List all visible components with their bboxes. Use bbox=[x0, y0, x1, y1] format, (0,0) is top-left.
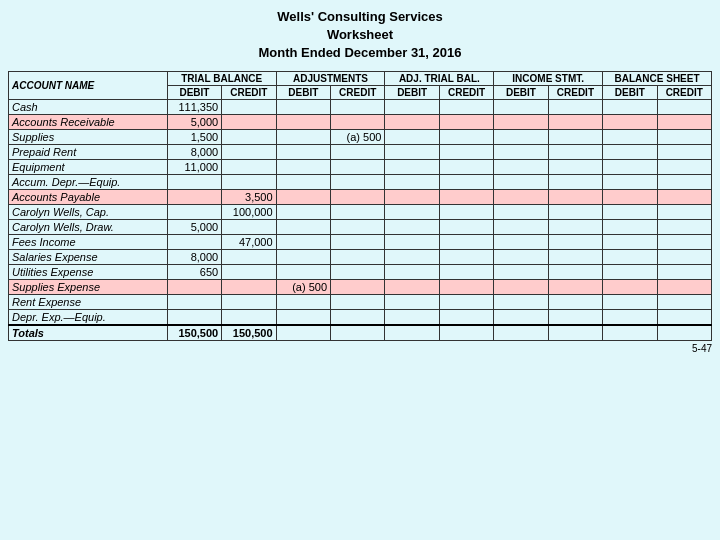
row-bs-credit bbox=[657, 234, 711, 249]
table-row: Equipment 11,000 bbox=[9, 159, 712, 174]
row-atb-debit bbox=[385, 129, 439, 144]
row-adj-debit bbox=[276, 99, 330, 114]
row-is-credit bbox=[548, 144, 602, 159]
row-atb-debit bbox=[385, 204, 439, 219]
row-atb-credit bbox=[439, 159, 493, 174]
row-account-name: Equipment bbox=[9, 159, 168, 174]
row-tb-debit: 8,000 bbox=[167, 249, 221, 264]
adj-credit-header: CREDIT bbox=[331, 85, 385, 99]
row-atb-credit bbox=[439, 204, 493, 219]
row-adj-debit bbox=[276, 325, 330, 341]
row-account-name: Salaries Expense bbox=[9, 249, 168, 264]
trial-balance-header: TRIAL BALANCE bbox=[167, 71, 276, 85]
row-tb-debit bbox=[167, 204, 221, 219]
row-is-debit bbox=[494, 234, 548, 249]
row-account-name: Rent Expense bbox=[9, 294, 168, 309]
adj-trial-bal-header: ADJ. TRIAL BAL. bbox=[385, 71, 494, 85]
row-bs-credit bbox=[657, 204, 711, 219]
row-is-debit bbox=[494, 114, 548, 129]
row-bs-debit bbox=[603, 234, 657, 249]
row-adj-debit bbox=[276, 264, 330, 279]
row-adj-credit bbox=[331, 144, 385, 159]
title-line3: Month Ended December 31, 2016 bbox=[258, 45, 461, 60]
row-is-credit bbox=[548, 234, 602, 249]
row-tb-credit bbox=[222, 219, 276, 234]
row-is-credit bbox=[548, 204, 602, 219]
row-bs-debit bbox=[603, 144, 657, 159]
row-bs-credit bbox=[657, 174, 711, 189]
row-bs-credit bbox=[657, 159, 711, 174]
row-atb-debit bbox=[385, 189, 439, 204]
row-bs-credit bbox=[657, 144, 711, 159]
row-bs-debit bbox=[603, 309, 657, 325]
row-account-name: Depr. Exp.—Equip. bbox=[9, 309, 168, 325]
row-adj-debit bbox=[276, 114, 330, 129]
row-bs-credit bbox=[657, 99, 711, 114]
row-atb-debit bbox=[385, 219, 439, 234]
title-line2: Worksheet bbox=[327, 27, 393, 42]
row-account-name: Utilities Expense bbox=[9, 264, 168, 279]
row-adj-debit bbox=[276, 234, 330, 249]
row-adj-debit bbox=[276, 249, 330, 264]
row-bs-debit bbox=[603, 99, 657, 114]
table-row: Accum. Depr.—Equip. bbox=[9, 174, 712, 189]
row-tb-debit bbox=[167, 189, 221, 204]
income-stmt-header: INCOME STMT. bbox=[494, 71, 603, 85]
balance-sheet-header: BALANCE SHEET bbox=[603, 71, 712, 85]
row-atb-debit bbox=[385, 294, 439, 309]
row-is-debit bbox=[494, 249, 548, 264]
row-bs-debit bbox=[603, 219, 657, 234]
row-tb-debit bbox=[167, 174, 221, 189]
row-atb-credit bbox=[439, 174, 493, 189]
row-account-name: Accounts Receivable bbox=[9, 114, 168, 129]
row-tb-credit bbox=[222, 114, 276, 129]
row-is-debit bbox=[494, 264, 548, 279]
row-is-credit bbox=[548, 99, 602, 114]
tb-credit-header: CREDIT bbox=[222, 85, 276, 99]
row-bs-debit bbox=[603, 264, 657, 279]
row-adj-debit bbox=[276, 189, 330, 204]
row-is-credit bbox=[548, 264, 602, 279]
row-is-credit bbox=[548, 174, 602, 189]
row-tb-debit bbox=[167, 309, 221, 325]
row-adj-debit bbox=[276, 144, 330, 159]
row-is-debit bbox=[494, 294, 548, 309]
row-tb-credit bbox=[222, 309, 276, 325]
row-tb-debit bbox=[167, 234, 221, 249]
row-adj-credit bbox=[331, 325, 385, 341]
row-atb-credit bbox=[439, 219, 493, 234]
row-bs-credit bbox=[657, 189, 711, 204]
row-is-credit bbox=[548, 114, 602, 129]
row-adj-debit bbox=[276, 159, 330, 174]
row-bs-credit bbox=[657, 114, 711, 129]
row-is-debit bbox=[494, 99, 548, 114]
table-row: Carolyn Wells, Cap. 100,000 bbox=[9, 204, 712, 219]
bs-credit-header: CREDIT bbox=[657, 85, 711, 99]
row-tb-credit bbox=[222, 99, 276, 114]
row-bs-credit bbox=[657, 219, 711, 234]
row-adj-credit bbox=[331, 114, 385, 129]
row-account-name: Supplies Expense bbox=[9, 279, 168, 294]
row-tb-credit: 47,000 bbox=[222, 234, 276, 249]
table-row: Prepaid Rent 8,000 bbox=[9, 144, 712, 159]
table-row: Accounts Payable 3,500 bbox=[9, 189, 712, 204]
row-atb-credit bbox=[439, 129, 493, 144]
is-credit-header: CREDIT bbox=[548, 85, 602, 99]
row-bs-credit bbox=[657, 325, 711, 341]
row-is-debit bbox=[494, 174, 548, 189]
row-adj-credit: (a) 500 bbox=[331, 129, 385, 144]
row-adj-credit bbox=[331, 279, 385, 294]
row-bs-debit bbox=[603, 189, 657, 204]
row-bs-credit bbox=[657, 129, 711, 144]
table-row: Cash 111,350 bbox=[9, 99, 712, 114]
table-row: Rent Expense bbox=[9, 294, 712, 309]
row-atb-credit bbox=[439, 264, 493, 279]
row-adj-credit bbox=[331, 204, 385, 219]
row-account-name: Cash bbox=[9, 99, 168, 114]
table-row: Utilities Expense 650 bbox=[9, 264, 712, 279]
row-atb-debit bbox=[385, 309, 439, 325]
row-adj-credit bbox=[331, 294, 385, 309]
row-account-name: Prepaid Rent bbox=[9, 144, 168, 159]
row-tb-debit: 150,500 bbox=[167, 325, 221, 341]
row-atb-debit bbox=[385, 279, 439, 294]
